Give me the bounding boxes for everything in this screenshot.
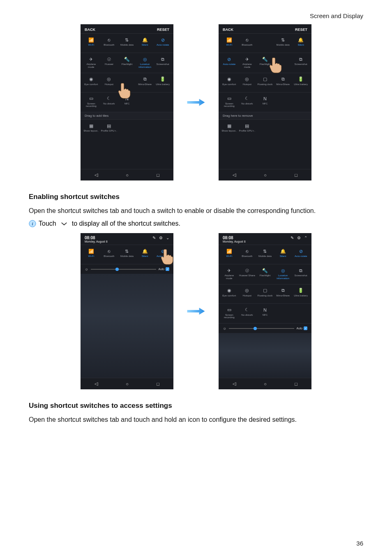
quick-tile[interactable]: 📶Wi-Fi [220, 35, 238, 51]
quick-tile[interactable]: ⧉Screenshot [154, 55, 172, 71]
quick-tile[interactable] [274, 94, 292, 111]
quick-tile[interactable]: ✈Airplane mode [82, 55, 100, 71]
nav-recent-icon[interactable]: □ [157, 173, 159, 178]
nav-back-icon[interactable]: ◁ [95, 172, 98, 178]
quick-tile[interactable] [274, 305, 292, 322]
quick-tile[interactable] [118, 75, 136, 90]
quick-tile[interactable]: ◎Location information [274, 266, 292, 282]
nav-recent-icon[interactable]: □ [295, 382, 297, 386]
quick-tile[interactable]: ✈Airplane mode [238, 55, 256, 71]
quick-tile[interactable]: ⊘Auto-rotate [220, 55, 238, 71]
quick-tile[interactable] [292, 94, 310, 111]
quick-tile[interactable]: ☾No disturb [100, 94, 118, 111]
chevron-down-icon[interactable]: ⌄ [166, 236, 169, 240]
quick-tile[interactable]: ⇅Mobile data [274, 35, 292, 51]
quick-tile[interactable]: ⎋Bluetooth [238, 35, 256, 51]
quick-tile[interactable] [154, 94, 172, 111]
quick-tile[interactable]: ⧉Screenshot [292, 266, 310, 282]
quick-tile[interactable]: 🔦Flashlight [256, 55, 274, 71]
quick-tile[interactable]: ◉Eye comfort [220, 286, 238, 302]
quick-tile[interactable]: 🔔Silent [292, 35, 310, 51]
quick-tile[interactable]: ▤Profile GPU r.. [100, 121, 118, 137]
quick-tile[interactable] [136, 94, 154, 111]
quick-tile[interactable]: 📶Wi-Fi [82, 35, 100, 51]
quick-tile[interactable]: ▤Profile GPU r.. [238, 121, 256, 137]
quick-tile[interactable]: ◉Eye comfort [220, 75, 238, 90]
nav-home-icon[interactable]: ○ [126, 173, 129, 178]
tile-label: Hotspot [243, 294, 251, 297]
chevron-up-icon[interactable]: ⌃ [304, 236, 307, 240]
quick-tile[interactable]: NNFC [118, 94, 136, 111]
quick-tile[interactable]: 🔋Ultra battery [292, 286, 310, 302]
tile-icon: ◎ [142, 56, 148, 62]
quick-tile[interactable]: ⇅Mobile data [118, 247, 136, 262]
quick-tile[interactable]: ▭Screen recording [220, 94, 238, 111]
nav-recent-icon[interactable]: □ [295, 173, 297, 178]
quick-tile[interactable]: ⇅Mobile data [256, 247, 274, 262]
nav-back-icon[interactable]: ◁ [95, 381, 98, 386]
quick-tile[interactable]: 🔔Silent [136, 247, 154, 262]
quick-tile[interactable]: ⧉Screenshot [292, 55, 310, 71]
quick-tile[interactable]: ◎Hotspot [238, 75, 256, 90]
nav-home-icon[interactable]: ○ [264, 382, 267, 386]
back-button[interactable]: BACK [85, 28, 95, 32]
quick-tile[interactable]: ⎋Bluetooth [100, 35, 118, 51]
nav-back-icon[interactable]: ◁ [233, 381, 236, 386]
back-button[interactable]: BACK [223, 28, 233, 32]
reset-button[interactable]: RESET [157, 28, 169, 32]
quick-tile[interactable]: ⎋Bluetooth [100, 247, 118, 262]
quick-tile[interactable] [256, 35, 274, 51]
quick-tile[interactable]: ▢Floating dock [256, 286, 274, 302]
quick-tile[interactable]: ⊘Auto-rotate [154, 247, 172, 262]
nav-home-icon[interactable]: ○ [264, 173, 267, 178]
quick-tile[interactable]: 📶Wi-Fi [220, 247, 238, 262]
edit-icon[interactable]: ✎ [152, 236, 156, 240]
quick-tile[interactable]: 🔔Silent [136, 35, 154, 51]
tile-label: Flashlight [260, 63, 270, 66]
quick-tile[interactable]: ⊘Auto-rotate [292, 247, 310, 262]
quick-tile[interactable] [274, 55, 292, 71]
quick-tile[interactable]: 🔋Ultra battery [292, 75, 310, 90]
quick-tile[interactable]: ◎Hotspot [100, 75, 118, 90]
quick-tile[interactable]: ⧉MirrorShare [274, 75, 292, 90]
auto-checkbox[interactable]: ✓ [304, 326, 307, 330]
quick-tile[interactable] [292, 305, 310, 322]
settings-icon[interactable]: ⚙ [297, 236, 301, 240]
quick-tile[interactable]: ▢Floating dock [256, 75, 274, 90]
quick-tile[interactable]: ☾No disturb [238, 94, 256, 111]
quick-tile[interactable]: 📶Wi-Fi [82, 247, 100, 262]
edit-icon[interactable]: ✎ [291, 236, 294, 240]
settings-icon[interactable]: ⚙ [159, 236, 163, 240]
quick-tile[interactable]: ⦾Huawei [100, 55, 118, 71]
reset-button[interactable]: RESET [295, 28, 307, 32]
quick-tile[interactable]: ⊘Auto-rotate [154, 35, 172, 51]
quick-tile[interactable]: ◉Eye comfort [82, 75, 100, 90]
quick-tile[interactable]: 🔦Flashlight [118, 55, 136, 71]
brightness-slider[interactable]: ☼ Auto✓ [81, 264, 173, 274]
quick-tile[interactable]: ▭Screen recording [82, 94, 100, 111]
quick-tile[interactable]: ⧉MirrorShare [136, 75, 154, 90]
quick-tile[interactable]: ◎Hotspot [238, 286, 256, 302]
quick-tile[interactable]: ⎋Bluetooth [238, 247, 256, 262]
quick-tile[interactable]: ⦾Huawei Share [238, 266, 256, 282]
quick-tile[interactable]: 🔔Silent [274, 247, 292, 262]
quick-tile[interactable]: ⧉MirrorShare [274, 286, 292, 302]
quick-tile[interactable]: ▭Screen recording [220, 305, 238, 322]
quick-tile[interactable]: NNFC [256, 305, 274, 322]
nav-recent-icon[interactable]: □ [157, 382, 159, 386]
quick-tile[interactable]: ▦Show layout.. [82, 121, 100, 137]
quick-tile[interactable]: ◎Location information [136, 55, 154, 71]
quick-tile[interactable]: ⇅Mobile data [118, 35, 136, 51]
quick-tile[interactable]: ✈Airplane mode [220, 266, 238, 282]
clock-time: 08:08 [85, 236, 108, 240]
quick-tile[interactable]: ▦Show layout.. [220, 121, 238, 137]
tile-icon: ⇅ [124, 248, 130, 254]
quick-tile[interactable]: 🔦Flashlight [256, 266, 274, 282]
quick-tile[interactable]: NNFC [256, 94, 274, 111]
quick-tile[interactable]: 🔋Ultra battery [154, 75, 172, 90]
auto-checkbox[interactable]: ✓ [166, 267, 169, 271]
nav-back-icon[interactable]: ◁ [233, 172, 236, 178]
quick-tile[interactable]: ☾No disturb [238, 305, 256, 322]
nav-home-icon[interactable]: ○ [126, 382, 129, 386]
brightness-slider[interactable]: ☼ Auto✓ [219, 323, 311, 333]
